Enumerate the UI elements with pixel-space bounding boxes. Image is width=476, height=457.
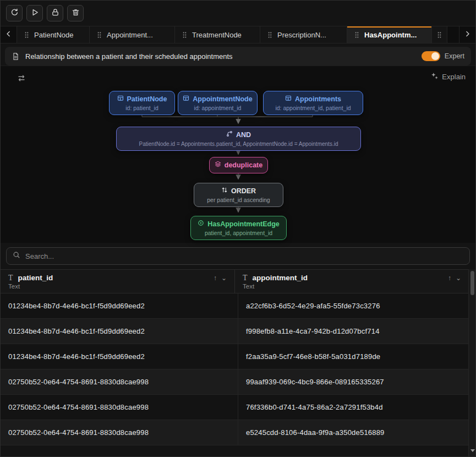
sort-ascending-button[interactable]: ↑ bbox=[448, 274, 451, 282]
tabs-scroll-right-button[interactable] bbox=[459, 26, 475, 43]
node-subtitle: id: patient_id bbox=[116, 105, 168, 112]
sparkles-icon bbox=[430, 72, 439, 81]
column-type-label: Text bbox=[243, 283, 461, 290]
node-title: Appointments bbox=[295, 95, 341, 104]
column-name: appointment_id bbox=[253, 274, 308, 282]
tab-label: TreatmentNode bbox=[192, 31, 242, 39]
description-bar-wrap: Relationship between a patient and their… bbox=[1, 43, 475, 66]
delete-button[interactable] bbox=[67, 5, 84, 21]
tab-appointment[interactable]: Appointment... bbox=[90, 26, 175, 43]
tab-label: Appointment... bbox=[107, 31, 153, 39]
drag-handle-icon bbox=[437, 31, 442, 39]
tab-partial[interactable] bbox=[432, 26, 447, 43]
toggle-knob bbox=[431, 52, 439, 60]
app-window: { "toolbar": { "buttons": [ { "icon": "r… bbox=[0, 0, 476, 457]
trash-icon bbox=[72, 8, 80, 19]
cell-appointment-id: f998efb8-a11e-4ca7-942b-d12d07bcf714 bbox=[238, 319, 475, 344]
tab-hasappointmentedge[interactable]: HasAppointm... bbox=[347, 26, 432, 43]
cell-patient-id: 01234be4-8b7d-4e46-bc1f-f5d9dd69eed2 bbox=[1, 319, 238, 344]
column-header-patient-id[interactable]: T patient_id ↑ ⌄ Text bbox=[1, 270, 235, 293]
table-row: 02750b52-0e64-4754-8691-8830d8cae998 76f… bbox=[1, 395, 475, 420]
column-menu-button[interactable]: ⌄ bbox=[456, 274, 461, 282]
toolbar bbox=[1, 1, 475, 26]
chevron-right-icon bbox=[464, 30, 471, 40]
scrollbar-thumb[interactable] bbox=[470, 271, 474, 295]
tab-label: PatientNode bbox=[34, 31, 74, 39]
refresh-icon bbox=[10, 8, 19, 19]
tab-bar: PatientNode Appointment... TreatmentNode… bbox=[1, 26, 475, 43]
cell-appointment-id: 76f336b0-d741-4a75-86a2-2a7291f53b4d bbox=[238, 395, 475, 420]
canvas-node-appointments[interactable]: Appointments id: appointment_id, patient… bbox=[263, 91, 363, 115]
column-menu-button[interactable]: ⌄ bbox=[221, 274, 227, 282]
join-icon bbox=[226, 130, 233, 140]
node-title: deduplicate bbox=[225, 161, 262, 170]
tabs-scroll-left-button[interactable] bbox=[1, 26, 17, 43]
tab-label: HasAppointm... bbox=[364, 31, 417, 39]
table-row: 02750b52-0e64-4754-8691-8830d8cae998 e52… bbox=[1, 420, 475, 445]
circle-dot-icon bbox=[198, 220, 204, 229]
tab-patientnode[interactable]: PatientNode bbox=[17, 26, 90, 43]
tab-prescriptionnode[interactable]: PrescriptionN... bbox=[260, 26, 347, 43]
results-table: T patient_id ↑ ⌄ Text T appointment_id ↑… bbox=[1, 269, 475, 445]
cell-appointment-id: f2aa35a9-5cf7-46e8-b58f-5a031d7189de bbox=[238, 344, 475, 369]
swap-orientation-icon[interactable] bbox=[17, 74, 26, 85]
text-type-icon: T bbox=[243, 274, 248, 282]
canvas-node-hasappointmentedge[interactable]: HasAppointmentEdge patient_id, appointme… bbox=[190, 216, 287, 240]
node-title: AppointmentNode bbox=[193, 95, 252, 104]
expert-toggle-label: Expert bbox=[445, 52, 464, 60]
search-input[interactable] bbox=[25, 252, 463, 260]
pipeline-canvas[interactable]: Explain PatientNode id: patient_id Appoi… bbox=[1, 66, 475, 243]
search-box bbox=[6, 247, 470, 265]
node-subtitle: id: appointment_id bbox=[184, 105, 251, 112]
table-icon bbox=[183, 95, 189, 104]
drag-handle-icon bbox=[24, 31, 29, 39]
run-button[interactable] bbox=[26, 5, 43, 21]
cell-patient-id: 02750b52-0e64-4754-8691-8830d8cae998 bbox=[1, 420, 238, 445]
table-icon bbox=[285, 95, 292, 104]
canvas-node-order[interactable]: ORDER per patient_id ascending bbox=[194, 183, 283, 207]
column-name: patient_id bbox=[18, 274, 53, 282]
tabbar-spacer bbox=[447, 26, 459, 43]
chevron-left-icon bbox=[5, 30, 12, 40]
drag-handle-icon bbox=[182, 31, 187, 39]
table-body: 01234be4-8b7d-4e46-bc1f-f5d9dd69eed2 a22… bbox=[1, 293, 475, 445]
layers-icon bbox=[215, 161, 221, 170]
canvas-node-and-join[interactable]: AND PatientNode.id = Appointments.patien… bbox=[116, 127, 361, 151]
search-bar-wrap bbox=[1, 243, 475, 269]
search-icon bbox=[13, 251, 20, 261]
table-row: 01234be4-8b7d-4e46-bc1f-f5d9dd69eed2 f99… bbox=[1, 319, 475, 344]
sort-ascending-button[interactable]: ↑ bbox=[214, 274, 217, 282]
triangle-down-icon bbox=[470, 449, 475, 452]
tab-treatmentnode[interactable]: TreatmentNode bbox=[175, 26, 260, 43]
lock-button[interactable] bbox=[47, 5, 63, 21]
text-type-icon: T bbox=[8, 274, 13, 282]
node-title: ORDER bbox=[231, 187, 256, 196]
explain-button[interactable]: Explain bbox=[430, 72, 466, 81]
node-title: AND bbox=[236, 130, 251, 140]
canvas-node-deduplicate[interactable]: deduplicate bbox=[209, 157, 268, 173]
explain-label: Explain bbox=[442, 73, 466, 81]
expert-toggle[interactable] bbox=[422, 51, 440, 61]
table-row: 02750b52-0e64-4754-8691-8830d8cae998 99a… bbox=[1, 369, 475, 395]
tab-label: PrescriptionN... bbox=[277, 31, 326, 39]
table-row: 01234be4-8b7d-4e46-bc1f-f5d9dd69eed2 a22… bbox=[1, 293, 475, 319]
canvas-node-patientnode[interactable]: PatientNode id: patient_id bbox=[109, 91, 175, 115]
node-subtitle: PatientNode.id = Appointments.patient_id… bbox=[123, 140, 354, 148]
cell-appointment-id: e5245cdd-8106-4daa-9f9a-a350de516889 bbox=[238, 420, 475, 445]
refresh-button[interactable] bbox=[6, 5, 23, 21]
sort-icon bbox=[221, 187, 228, 196]
drag-handle-icon bbox=[267, 31, 272, 39]
play-icon bbox=[31, 8, 39, 19]
drag-handle-icon bbox=[97, 31, 102, 39]
cell-patient-id: 02750b52-0e64-4754-8691-8830d8cae998 bbox=[1, 395, 238, 420]
cell-patient-id: 02750b52-0e64-4754-8691-8830d8cae998 bbox=[1, 369, 238, 394]
scroll-down-button[interactable] bbox=[469, 447, 476, 454]
table-icon bbox=[117, 95, 124, 104]
column-header-appointment-id[interactable]: T appointment_id ↑ ⌄ Text bbox=[235, 270, 475, 293]
vertical-scrollbar[interactable] bbox=[468, 269, 475, 457]
cell-patient-id: 01234be4-8b7d-4e46-bc1f-f5d9dd69eed2 bbox=[1, 344, 238, 369]
cell-appointment-id: a22cf6b3-6d52-4e29-afa5-55fde73c3276 bbox=[238, 293, 475, 318]
canvas-node-appointmentnode[interactable]: AppointmentNode id: appointment_id bbox=[178, 91, 258, 115]
table-row: 01234be4-8b7d-4e46-bc1f-f5d9dd69eed2 f2a… bbox=[1, 344, 475, 369]
lock-icon bbox=[51, 8, 59, 19]
